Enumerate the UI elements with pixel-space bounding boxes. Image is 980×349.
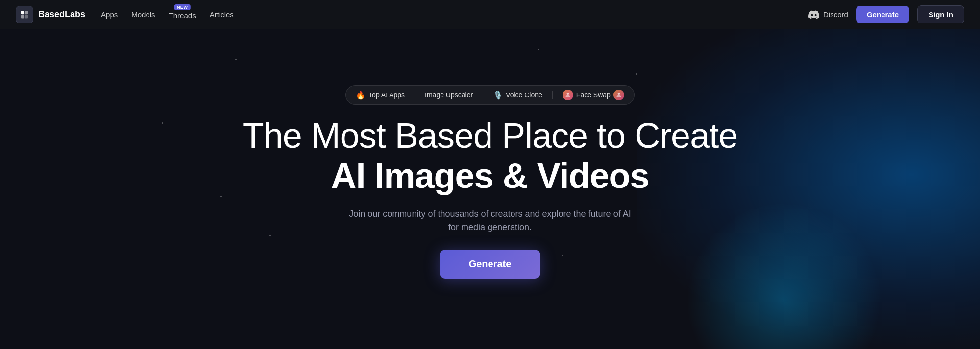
dot-7 — [538, 49, 539, 50]
discord-link[interactable]: Discord — [808, 9, 848, 20]
logo-icon — [16, 6, 33, 23]
tag-bar: 🔥 Top AI Apps Image Upscaler 🎙️ Voice Cl… — [345, 85, 635, 105]
tag-image-upscaler-label: Image Upscaler — [425, 91, 473, 99]
svg-point-4 — [566, 93, 569, 95]
discord-icon — [808, 9, 819, 20]
microphone-icon: 🎙️ — [493, 91, 503, 100]
svg-rect-1 — [25, 11, 28, 14]
discord-label: Discord — [823, 10, 848, 19]
face-swap-avatar — [563, 90, 573, 100]
face-swap-avatar-2 — [613, 90, 624, 100]
tag-voice-clone-label: Voice Clone — [506, 91, 542, 99]
nav-link-articles[interactable]: Articles — [210, 10, 234, 19]
hero-section: 🔥 Top AI Apps Image Upscaler 🎙️ Voice Cl… — [0, 0, 980, 349]
tag-image-upscaler[interactable]: Image Upscaler — [425, 91, 473, 99]
nav-links: Apps Models NEW Threads Articles — [101, 9, 234, 20]
dot-2 — [162, 122, 163, 124]
dot-3 — [220, 196, 222, 197]
svg-rect-0 — [21, 11, 24, 14]
svg-rect-2 — [21, 15, 24, 18]
hero-generate-button[interactable]: Generate — [440, 250, 541, 279]
tag-voice-clone[interactable]: 🎙️ Voice Clone — [493, 91, 542, 100]
svg-point-5 — [618, 93, 620, 95]
hero-headline-wrapper: The Most Based Place to Create AI Images… — [243, 116, 738, 195]
svg-rect-3 — [25, 15, 28, 18]
hero-headline-bold: AI Images & Videos — [243, 156, 738, 196]
nav-link-models[interactable]: Models — [131, 10, 155, 19]
hero-headline-normal: The Most Based Place to Create — [243, 116, 738, 155]
tag-sep-3 — [552, 91, 553, 99]
hero-content: 🔥 Top AI Apps Image Upscaler 🎙️ Voice Cl… — [243, 85, 738, 278]
tag-top-ai-apps-label: Top AI Apps — [368, 91, 405, 99]
tag-sep-2 — [483, 91, 483, 99]
navbar: BasedLabs Apps Models NEW Threads Articl… — [0, 0, 980, 29]
tag-sep-1 — [415, 91, 415, 99]
tag-face-swap-label: Face Swap — [576, 91, 611, 99]
nav-link-threads[interactable]: NEW Threads — [169, 11, 196, 20]
hero-subtitle: Join our community of thousands of creat… — [343, 208, 637, 234]
nav-right: Discord Generate Sign In — [808, 5, 964, 23]
dot-4 — [636, 73, 637, 75]
nav-generate-button[interactable]: Generate — [856, 6, 909, 23]
tag-top-ai-apps[interactable]: 🔥 Top AI Apps — [356, 91, 405, 100]
threads-new-badge: NEW — [174, 4, 191, 10]
nav-link-apps[interactable]: Apps — [101, 10, 118, 19]
logo-text: BasedLabs — [38, 9, 85, 20]
nav-signin-button[interactable]: Sign In — [917, 5, 964, 23]
logo-link[interactable]: BasedLabs — [16, 6, 85, 23]
fire-icon: 🔥 — [356, 91, 366, 100]
nav-left: BasedLabs Apps Models NEW Threads Articl… — [16, 6, 234, 23]
tag-face-swap[interactable]: Face Swap — [563, 90, 624, 100]
dot-1 — [235, 59, 237, 60]
